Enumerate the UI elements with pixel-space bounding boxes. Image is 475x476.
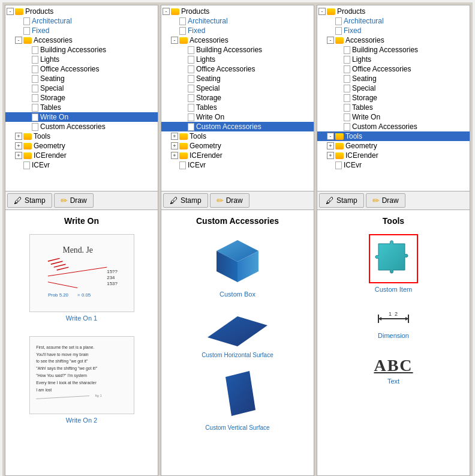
tree-item-ic1[interactable]: +ICErender (5, 151, 158, 160)
tree-item-label: Tools (34, 132, 50, 140)
tree-item-p2[interactable]: -Products (161, 7, 314, 16)
tree-item-label: Architectural (188, 17, 228, 25)
tree-item-ge2[interactable]: +Geometry (161, 141, 314, 151)
tree-item-ta3[interactable]: Tables (317, 103, 470, 112)
stamp-button[interactable]: 🖊Stamp (163, 193, 208, 208)
dimension-item[interactable]: 1 2 Dimension (375, 310, 411, 339)
tree-item-oa3[interactable]: Office Accessories (317, 64, 470, 74)
tree-item-p3[interactable]: -Products (317, 7, 470, 16)
tree-item-ba3[interactable]: Building Accessories (317, 45, 470, 55)
tree-item-ge3[interactable]: +Geometry (317, 141, 470, 151)
draw-button[interactable]: ✏Draw (366, 193, 405, 208)
writeon-label-1: Write On 1 (66, 315, 97, 322)
tree-item-f1[interactable]: Fixed (5, 26, 158, 35)
expand-icon[interactable]: + (15, 133, 22, 140)
expand-icon[interactable]: - (327, 37, 334, 44)
expand-icon[interactable]: - (15, 37, 22, 44)
tree-item-ca2[interactable]: Custom Accessories (161, 122, 314, 131)
tree-item-label: Accessories (34, 36, 73, 44)
expand-icon[interactable]: + (171, 142, 178, 149)
expand-icon[interactable]: + (171, 133, 178, 140)
writeon-item-2[interactable]: First, assume the set is a plane. You'll… (29, 336, 134, 424)
leaf-icon (344, 94, 350, 102)
tree-item-st1[interactable]: Storage (5, 93, 158, 103)
svg-text:1: 1 (389, 311, 392, 317)
writeon-item-1[interactable]: Mend. Je 15?? 234 153? Prob 5.20 = 0.05 … (29, 234, 134, 322)
leaf-icon (188, 56, 194, 64)
tree-item-ge1[interactable]: +Geometry (5, 141, 158, 151)
tree-item-ic3[interactable]: +ICErender (317, 151, 470, 160)
expand-icon[interactable]: + (15, 142, 22, 149)
tree-item-a2[interactable]: Architectural (161, 16, 314, 26)
tree-item-label: Tables (352, 103, 373, 112)
tree-item-a3[interactable]: Architectural (317, 16, 470, 26)
tree-item-iv2[interactable]: ICEvr (161, 160, 314, 170)
expand-icon[interactable]: - (163, 8, 170, 15)
tree-item-label: Lights (196, 55, 215, 64)
tree-item-label: ICErender (190, 151, 223, 160)
expand-icon[interactable]: - (327, 133, 334, 140)
draw-button[interactable]: ✏Draw (54, 193, 94, 208)
tree-item-label: Custom Accessories (352, 122, 417, 131)
tree-item-wo3[interactable]: Write On (317, 112, 470, 122)
stamp-button[interactable]: 🖊Stamp (7, 193, 52, 208)
tree-item-f2[interactable]: Fixed (161, 26, 314, 35)
tree-item-p1[interactable]: -Products (5, 7, 158, 16)
tree-item-li3[interactable]: Lights (317, 55, 470, 64)
expand-icon[interactable]: + (171, 152, 178, 159)
writeon-label-2: Write On 2 (66, 417, 97, 424)
expand-icon[interactable]: + (15, 152, 22, 159)
expand-icon[interactable]: + (327, 152, 334, 159)
leaf-icon (32, 85, 38, 92)
tree-item-li1[interactable]: Lights (5, 55, 158, 64)
expand-icon[interactable]: - (7, 8, 14, 15)
tree-item-sp1[interactable]: Special (5, 83, 158, 93)
tree-item-label: Tables (40, 103, 61, 112)
tree-item-sp2[interactable]: Special (161, 83, 314, 93)
tree-item-sp3[interactable]: Special (317, 83, 470, 93)
tree-item-ba2[interactable]: Building Accessories (161, 45, 314, 55)
custom-box-item[interactable]: Custom Box (211, 234, 264, 298)
expand-icon[interactable]: - (318, 8, 326, 15)
tree-item-se2[interactable]: Seating (161, 74, 314, 83)
tree-item-li2[interactable]: Lights (161, 55, 314, 64)
tree-item-st3[interactable]: Storage (317, 93, 470, 103)
text-item[interactable]: ABCText (374, 356, 413, 385)
tree-item-st2[interactable]: Storage (161, 93, 314, 103)
tree-item-oa1[interactable]: Office Accessories (5, 64, 158, 74)
folder-icon (179, 133, 188, 140)
folder-icon (179, 143, 188, 149)
tree-item-a1[interactable]: Architectural (5, 16, 158, 26)
expand-icon[interactable]: - (171, 37, 178, 44)
tree-item-iv1[interactable]: ICEvr (5, 160, 158, 170)
draw-button[interactable]: ✏Draw (210, 193, 249, 208)
tree-item-ba1[interactable]: Building Accessories (5, 45, 158, 55)
leaf-icon (32, 65, 38, 73)
tree-item-to2[interactable]: +Tools (161, 131, 314, 141)
stamp-button[interactable]: 🖊Stamp (319, 193, 364, 208)
tree-item-ic2[interactable]: +ICErender (161, 151, 314, 160)
tree-item-ta1[interactable]: Tables (5, 103, 158, 112)
expand-icon[interactable]: + (327, 142, 334, 149)
custom-item[interactable]: Custom Item (369, 234, 418, 293)
tree-item-f3[interactable]: Fixed (317, 26, 470, 35)
tree-item-se1[interactable]: Seating (5, 74, 158, 83)
tree-item-to3[interactable]: -Tools (317, 131, 470, 141)
tree-item-oa2[interactable]: Office Accessories (161, 64, 314, 74)
custom-horizontal-surface-item[interactable]: Custom Horizontal Surface (202, 307, 273, 358)
tree-item-wo2[interactable]: Write On (161, 112, 314, 122)
tree-item-wo1[interactable]: Write On (5, 112, 158, 122)
content-area: Custom Accessories Custom Box (161, 210, 314, 475)
tree-item-label: Building Accessories (40, 46, 106, 54)
custom-vertical-surface-item[interactable]: Custom Vertical Surface (205, 368, 269, 431)
tree-item-ca1[interactable]: Custom Accessories (5, 122, 158, 131)
tree-item-ca3[interactable]: Custom Accessories (317, 122, 470, 131)
tree-item-iv3[interactable]: ICEvr (317, 160, 470, 170)
tree-item-to1[interactable]: +Tools (5, 131, 158, 141)
tree-item-se3[interactable]: Seating (317, 74, 470, 83)
tree-item-ac3[interactable]: -Accessories (317, 35, 470, 45)
tree-item-ac1[interactable]: -Accessories (5, 35, 158, 45)
tree-item-ac2[interactable]: -Accessories (161, 35, 314, 45)
tree-item-label: Tables (196, 103, 217, 112)
tree-item-ta2[interactable]: Tables (161, 103, 314, 112)
